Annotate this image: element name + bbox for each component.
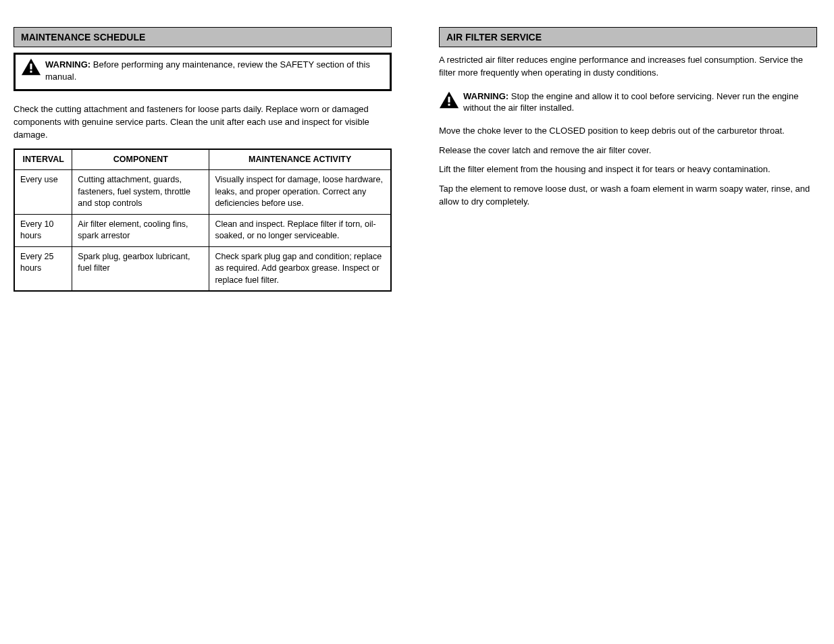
cell-component: Cutting attachment, guards, fasteners, f… (72, 170, 209, 215)
warning-triangle-icon (439, 90, 459, 109)
col-activity: MAINTENANCE ACTIVITY (209, 149, 391, 170)
cell-activity: Clean and inspect. Replace filter if tor… (209, 214, 391, 246)
service-step-1: Move the choke lever to the CLOSED posit… (439, 125, 817, 138)
left-section-title: MAINTENANCE SCHEDULE (14, 27, 392, 47)
table-row: Every 25 hours Spark plug, gearbox lubri… (14, 246, 391, 291)
svg-rect-1 (30, 63, 32, 69)
air-filter-warning-text: WARNING: Stop the engine and allow it to… (463, 90, 817, 114)
warning-body: Before performing any maintenance, revie… (45, 59, 370, 82)
cell-interval: Every 10 hours (14, 214, 72, 246)
right-section-title: AIR FILTER SERVICE (439, 27, 817, 47)
table-row: Every 10 hours Air filter element, cooli… (14, 214, 391, 246)
warning-label: WARNING: (45, 59, 90, 70)
service-step-3: Lift the filter element from the housing… (439, 163, 817, 176)
cell-component: Spark plug, gearbox lubricant, fuel filt… (72, 246, 209, 291)
svg-rect-4 (448, 97, 450, 102)
air-filter-intro: A restricted air filter reduces engine p… (439, 54, 817, 80)
table-row: Every use Cutting attachment, guards, fa… (14, 170, 391, 215)
svg-rect-2 (30, 71, 32, 73)
service-step-2: Release the cover latch and remove the a… (439, 144, 817, 157)
maintenance-warning-text: WARNING: Before performing any maintenan… (45, 59, 384, 82)
cell-activity: Visually inspect for damage, loose hardw… (209, 170, 391, 215)
col-component: COMPONENT (72, 149, 209, 170)
cell-activity: Check spark plug gap and condition; repl… (209, 246, 391, 291)
maintenance-intro: Check the cutting attachment and fastene… (14, 103, 392, 142)
maintenance-schedule-table: INTERVAL COMPONENT MAINTENANCE ACTIVITY … (14, 149, 392, 292)
col-interval: INTERVAL (14, 149, 72, 170)
warning-label: WARNING: (463, 91, 509, 101)
cell-component: Air filter element, cooling fins, spark … (72, 214, 209, 246)
air-filter-warning: WARNING: Stop the engine and allow it to… (439, 90, 817, 114)
warning-body: Stop the engine and allow it to cool bef… (463, 91, 798, 113)
maintenance-warning-box: WARNING: Before performing any maintenan… (14, 53, 392, 91)
warning-triangle-icon (21, 57, 41, 76)
cell-interval: Every 25 hours (14, 246, 72, 291)
service-step-4: Tap the element to remove loose dust, or… (439, 183, 817, 209)
cell-interval: Every use (14, 170, 72, 215)
svg-rect-5 (448, 103, 450, 105)
